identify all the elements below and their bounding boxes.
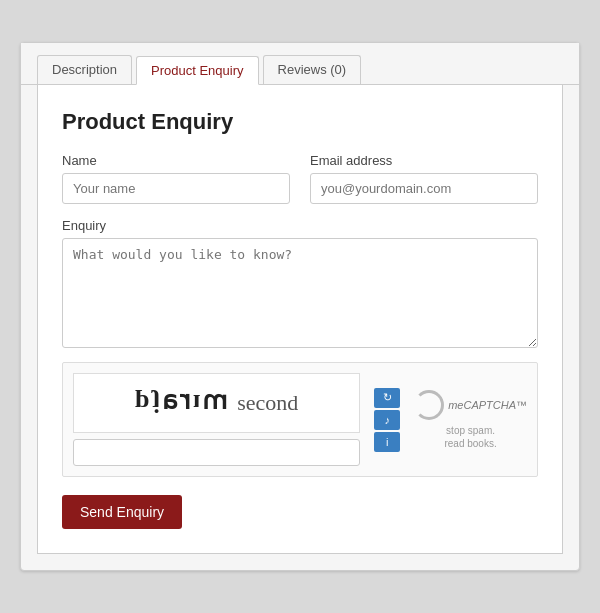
captcha-input-row [73,439,360,466]
tab-reviews[interactable]: Reviews (0) [263,55,362,84]
captcha-refresh-button[interactable]: ↻ [374,388,400,408]
product-enquiry-card: Description Product Enquiry Reviews (0) … [20,42,580,571]
captcha-input[interactable] [73,439,360,466]
enquiry-textarea[interactable] [62,238,538,348]
email-label: Email address [310,153,538,168]
name-label: Name [62,153,290,168]
form-title: Product Enquiry [62,109,538,135]
captcha-word1: pjɐɹıɯ [135,388,229,419]
email-group: Email address [310,153,538,204]
name-group: Name [62,153,290,204]
tab-product-enquiry[interactable]: Product Enquiry [136,56,259,85]
captcha-buttons: ↻ ♪ i [374,388,400,452]
captcha-word2: second [237,390,298,416]
tab-bar: Description Product Enquiry Reviews (0) [21,43,579,85]
mecaptcha-tagline: stop spam. read books. [444,424,496,450]
tab-description[interactable]: Description [37,55,132,84]
mecaptcha-logo: meCAPTCHA™ [414,390,527,420]
captcha-image-area: pjɐɹıɯ second [73,373,360,466]
mecaptcha-icon [414,390,444,420]
email-input[interactable] [310,173,538,204]
captcha-audio-button[interactable]: ♪ [374,410,400,430]
captcha-info-button[interactable]: i [374,432,400,452]
send-enquiry-button[interactable]: Send Enquiry [62,495,182,529]
name-email-row: Name Email address [62,153,538,204]
form-panel: Product Enquiry Name Email address Enqui… [37,85,563,554]
name-input[interactable] [62,173,290,204]
mecaptcha-area: meCAPTCHA™ stop spam. read books. [414,390,527,450]
mecaptcha-label: meCAPTCHA™ [448,399,527,411]
captcha-section: pjɐɹıɯ second ↻ ♪ i meCAPTCHA™ stop spam [62,362,538,477]
captcha-image: pjɐɹıɯ second [73,373,360,433]
enquiry-group: Enquiry [62,218,538,348]
enquiry-label: Enquiry [62,218,538,233]
